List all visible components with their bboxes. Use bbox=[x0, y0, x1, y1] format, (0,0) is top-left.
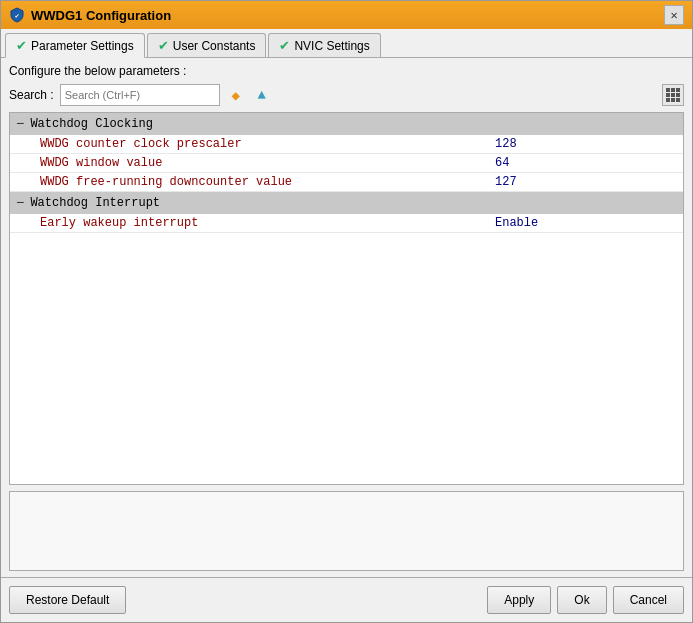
ok-button[interactable]: Ok bbox=[557, 586, 606, 614]
section-interrupt-params: Early wakeup interrupt Enable bbox=[10, 214, 683, 233]
tab-param-label: Parameter Settings bbox=[31, 39, 134, 53]
section-clocking-title: Watchdog Clocking bbox=[30, 117, 152, 131]
search-input[interactable] bbox=[60, 84, 220, 106]
section-clocking-params: WWDG counter clock prescaler 128 WWDG wi… bbox=[10, 135, 683, 192]
param-value-prescaler: 128 bbox=[495, 137, 675, 151]
section-watchdog-clocking[interactable]: − Watchdog Clocking bbox=[10, 113, 683, 135]
param-value-wakeup: Enable bbox=[495, 216, 675, 230]
section-interrupt-title: Watchdog Interrupt bbox=[30, 196, 160, 210]
title-bar: ✔ WWDG1 Configuration ✕ bbox=[1, 1, 692, 29]
param-name-wakeup: Early wakeup interrupt bbox=[40, 216, 495, 230]
restore-default-button[interactable]: Restore Default bbox=[9, 586, 126, 614]
tab-nvic-label: NVIC Settings bbox=[294, 39, 369, 53]
main-window: ✔ WWDG1 Configuration ✕ ✔ Parameter Sett… bbox=[0, 0, 693, 623]
table-row[interactable]: Early wakeup interrupt Enable bbox=[10, 214, 683, 233]
info-area bbox=[9, 491, 684, 571]
main-content: Configure the below parameters : Search … bbox=[1, 58, 692, 577]
cancel-button[interactable]: Cancel bbox=[613, 586, 684, 614]
table-row[interactable]: WWDG free-running downcounter value 127 bbox=[10, 173, 683, 192]
search-row: Search : ◆ ▲ bbox=[9, 84, 684, 106]
table-row[interactable]: WWDG window value 64 bbox=[10, 154, 683, 173]
collapse-clocking-icon: − bbox=[16, 116, 24, 132]
tab-user-constants[interactable]: ✔ User Constants bbox=[147, 33, 267, 57]
check-icon-user: ✔ bbox=[158, 38, 169, 53]
close-button[interactable]: ✕ bbox=[664, 5, 684, 25]
check-icon-param: ✔ bbox=[16, 38, 27, 53]
search-label: Search : bbox=[9, 88, 54, 102]
window-title: WWDG1 Configuration bbox=[31, 8, 658, 23]
tab-bar: ✔ Parameter Settings ✔ User Constants ✔ … bbox=[1, 29, 692, 58]
table-row[interactable]: WWDG counter clock prescaler 128 bbox=[10, 135, 683, 154]
bottom-bar: Restore Default Apply Ok Cancel bbox=[1, 577, 692, 622]
param-value-downcounter: 127 bbox=[495, 175, 675, 189]
param-value-window: 64 bbox=[495, 156, 675, 170]
param-name-downcounter: WWDG free-running downcounter value bbox=[40, 175, 495, 189]
search-arrow-up-icon[interactable]: ▲ bbox=[252, 85, 272, 105]
configure-label: Configure the below parameters : bbox=[9, 64, 684, 78]
param-name-window: WWDG window value bbox=[40, 156, 495, 170]
tab-user-label: User Constants bbox=[173, 39, 256, 53]
collapse-interrupt-icon: − bbox=[16, 195, 24, 211]
svg-text:✔: ✔ bbox=[15, 12, 19, 20]
search-arrow-down-icon[interactable]: ◆ bbox=[226, 85, 246, 105]
section-watchdog-interrupt[interactable]: − Watchdog Interrupt bbox=[10, 192, 683, 214]
grid-view-icon[interactable] bbox=[662, 84, 684, 106]
parameter-table: − Watchdog Clocking WWDG counter clock p… bbox=[9, 112, 684, 485]
app-icon: ✔ bbox=[9, 7, 25, 23]
check-icon-nvic: ✔ bbox=[279, 38, 290, 53]
param-name-prescaler: WWDG counter clock prescaler bbox=[40, 137, 495, 151]
tab-nvic-settings[interactable]: ✔ NVIC Settings bbox=[268, 33, 380, 57]
apply-button[interactable]: Apply bbox=[487, 586, 551, 614]
tab-parameter-settings[interactable]: ✔ Parameter Settings bbox=[5, 33, 145, 58]
